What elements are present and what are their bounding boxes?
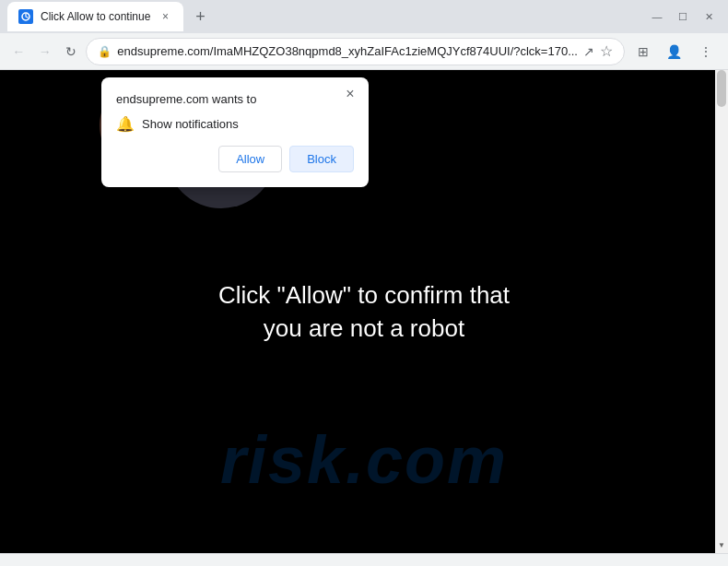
window-controls: — ☐ ✕ [645,5,721,29]
toolbar: ← → ↻ 🔒 endsupreme.com/ImaMHZQZO38nqpmd8… [0,33,728,70]
back-button[interactable]: ← [7,37,29,66]
toolbar-actions: ⊞ 👤 ⋮ [628,37,721,66]
close-button[interactable]: ✕ [697,5,721,29]
status-bar [0,553,728,566]
account-button[interactable]: 👤 [660,37,689,66]
tab-title: Click Allow to continue [41,10,150,23]
tab-close-button[interactable]: × [158,9,172,24]
lock-icon: 🔒 [98,45,112,58]
address-text: endsupreme.com/ImaMHZQZO38nqpmd8_xyhZaIF… [117,44,578,58]
menu-button[interactable]: ⋮ [691,37,721,66]
scrollbar-thumb[interactable] [717,70,726,107]
allow-button[interactable]: Allow [218,146,282,172]
refresh-button[interactable]: ↻ [60,37,82,66]
share-icon[interactable]: ↗ [583,44,594,59]
browser-content: × endsupreme.com wants to 🔔 Show notific… [0,70,728,553]
extensions-button[interactable]: ⊞ [628,37,658,66]
minimize-button[interactable]: — [645,5,669,29]
popup-close-button[interactable]: × [341,85,359,103]
titlebar-left: Click Allow to continue × + [7,2,645,31]
address-bar[interactable]: 🔒 endsupreme.com/ImaMHZQZO38nqpmd8_xyhZa… [86,38,625,65]
titlebar: Click Allow to continue × + — ☐ ✕ [0,0,728,33]
scrollbar-arrow-down[interactable]: ▼ [715,537,728,553]
popup-buttons: Allow Block [116,146,354,172]
forward-button[interactable]: → [33,37,55,66]
tab-favicon [18,9,33,24]
main-message: Click "Allow" to confirm thatyou are not… [180,278,548,346]
maximize-button[interactable]: ☐ [671,5,695,29]
popup-title: endsupreme.com wants to [116,92,354,106]
new-tab-button[interactable]: + [187,4,213,29]
notification-popup: × endsupreme.com wants to 🔔 Show notific… [101,77,369,187]
popup-notification-row: 🔔 Show notifications [116,115,354,133]
watermark: risk.com [220,422,508,498]
bookmark-icon[interactable]: ☆ [600,42,613,60]
popup-notification-label: Show notifications [142,117,239,131]
block-button[interactable]: Block [289,146,354,172]
bell-icon: 🔔 [116,115,135,133]
scrollbar-track[interactable]: ▲ ▼ [715,70,728,553]
active-tab[interactable]: Click Allow to continue × [7,2,183,31]
